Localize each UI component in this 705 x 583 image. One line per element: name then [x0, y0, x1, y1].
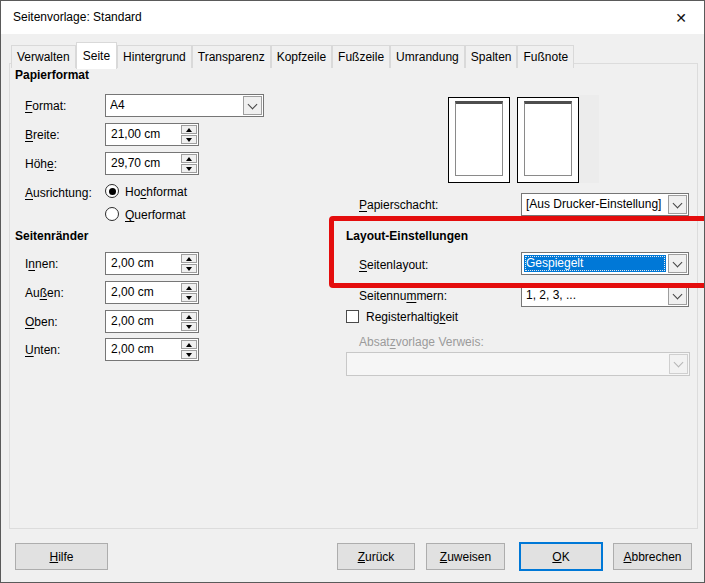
spin-up-icon[interactable] — [181, 283, 197, 292]
orientation-label: Ausrichtung: — [25, 186, 92, 200]
format-value: A4 — [110, 97, 241, 114]
help-button-label: Hilfe — [49, 550, 73, 564]
page-margin-outline — [455, 101, 503, 176]
chevron-down-icon[interactable] — [668, 286, 687, 305]
margin-outer-value: 2,00 cm — [111, 285, 154, 299]
format-select[interactable]: A4 — [105, 94, 264, 117]
margin-top-stepper[interactable]: 2,00 cm — [105, 310, 199, 333]
tab-hintergrund[interactable]: Hintergrund — [117, 45, 192, 68]
page-layout-value: Gespiegelt — [524, 255, 666, 272]
spin-down-icon[interactable] — [181, 293, 197, 302]
back-button[interactable]: Zurück — [337, 543, 415, 570]
width-label: Breite: — [25, 128, 60, 142]
reference-style-label: Absatzvorlage Verweis: — [359, 335, 484, 349]
paper-format-heading: Papierformat — [15, 68, 89, 82]
margin-bottom-label: Unten: — [25, 343, 60, 357]
tab-verwalten[interactable]: Verwalten — [11, 45, 76, 68]
spin-up-icon[interactable] — [181, 154, 197, 163]
width-stepper[interactable]: 21,00 cm — [105, 123, 199, 146]
tab-spalten[interactable]: Spalten — [465, 45, 518, 68]
cancel-button-label: Abbrechen — [623, 550, 681, 564]
landscape-radio-label[interactable]: Querformat — [125, 208, 186, 222]
ok-button-label: OK — [552, 550, 569, 564]
register-checkbox-label[interactable]: Registerhaltigkeit — [366, 310, 458, 324]
width-value: 21,00 cm — [111, 127, 160, 141]
margin-inner-value: 2,00 cm — [111, 256, 154, 270]
margin-top-label: Oben: — [25, 315, 58, 329]
chevron-down-icon[interactable] — [243, 96, 262, 115]
spin-up-icon[interactable] — [181, 312, 197, 321]
height-label: Höhe: — [25, 157, 57, 171]
apply-button[interactable]: Zuweisen — [426, 543, 505, 570]
page-preview-left — [448, 97, 510, 183]
margin-outer-stepper[interactable]: 2,00 cm — [105, 281, 199, 304]
spin-down-icon[interactable] — [181, 164, 197, 173]
chevron-down-icon[interactable] — [668, 195, 687, 214]
reference-style-value — [351, 355, 667, 373]
height-stepper[interactable]: 29,70 cm — [105, 152, 199, 175]
portrait-radio[interactable] — [105, 184, 119, 198]
spin-down-icon[interactable] — [181, 264, 197, 273]
tab-kopfzeile[interactable]: Kopfzeile — [271, 45, 332, 68]
tab-umrandung[interactable]: Umrandung — [390, 45, 465, 68]
page-preview-right — [517, 97, 579, 183]
page-layout-select[interactable]: Gespiegelt — [521, 252, 689, 275]
chevron-down-icon[interactable] — [668, 254, 687, 273]
margin-inner-label: Innen: — [25, 257, 58, 271]
preview-shadow — [579, 95, 599, 183]
page-numbers-label: Seitennummern: — [359, 289, 447, 303]
tab-transparenz[interactable]: Transparenz — [192, 45, 271, 68]
back-button-label: Zurück — [358, 550, 395, 564]
margin-top-value: 2,00 cm — [111, 314, 154, 328]
portrait-radio-label[interactable]: Hochformat — [125, 185, 187, 199]
tab-seite[interactable]: Seite — [76, 42, 117, 69]
height-value: 29,70 cm — [111, 156, 160, 170]
paper-tray-select[interactable]: [Aus Drucker-Einstellung] — [521, 193, 689, 216]
paper-tray-value: [Aus Drucker-Einstellung] — [526, 196, 666, 213]
page-numbers-select[interactable]: 1, 2, 3, ... — [521, 284, 689, 307]
margins-heading: Seitenränder — [15, 229, 88, 243]
spin-up-icon[interactable] — [181, 254, 197, 263]
format-label: Format: — [25, 99, 66, 113]
margin-outer-label: Außen: — [25, 286, 64, 300]
spin-down-icon[interactable] — [181, 350, 197, 359]
tab-fussnote[interactable]: Fußnote — [517, 45, 574, 68]
page-numbers-value: 1, 2, 3, ... — [526, 287, 666, 304]
help-button[interactable]: Hilfe — [15, 543, 108, 570]
register-checkbox[interactable] — [346, 310, 359, 323]
title-bar: Seitenvorlage: Standard ✕ — [1, 1, 704, 34]
page-layout-label: Seitenlayout: — [359, 258, 428, 272]
apply-button-label: Zuweisen — [440, 550, 491, 564]
paper-tray-label: Papierschacht: — [359, 198, 438, 212]
layout-settings-heading: Layout-Einstellungen — [346, 229, 468, 243]
dialog-title: Seitenvorlage: Standard — [13, 10, 142, 24]
spin-up-icon[interactable] — [181, 340, 197, 349]
tab-fusszeile[interactable]: Fußzeile — [332, 45, 390, 68]
chevron-down-icon — [669, 354, 688, 374]
landscape-radio[interactable] — [105, 207, 119, 221]
page-style-dialog: Seitenvorlage: Standard ✕ Verwalten Seit… — [0, 0, 705, 583]
tab-strip: Verwalten Seite Hintergrund Transparenz … — [11, 42, 574, 68]
ok-button[interactable]: OK — [519, 542, 603, 571]
close-icon[interactable]: ✕ — [670, 7, 692, 29]
spin-down-icon[interactable] — [181, 135, 197, 144]
margin-bottom-stepper[interactable]: 2,00 cm — [105, 338, 199, 361]
margin-bottom-value: 2,00 cm — [111, 342, 154, 356]
reference-style-select — [346, 352, 690, 376]
spin-down-icon[interactable] — [181, 322, 197, 331]
spin-up-icon[interactable] — [181, 125, 197, 134]
cancel-button[interactable]: Abbrechen — [613, 543, 692, 570]
margin-inner-stepper[interactable]: 2,00 cm — [105, 252, 199, 275]
page-margin-outline — [524, 101, 572, 176]
